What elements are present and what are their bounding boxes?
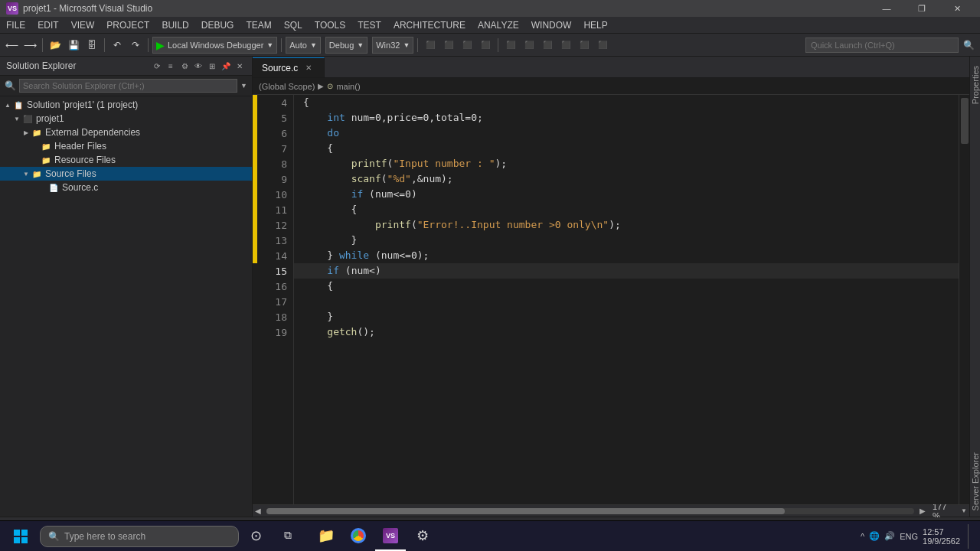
se-search-input[interactable] bbox=[19, 79, 237, 93]
menu-item-window[interactable]: WINDOW bbox=[525, 17, 578, 33]
se-filter-btn[interactable]: ⊞ bbox=[206, 60, 218, 72]
toolbar-fwd-btn[interactable]: ⟶ bbox=[21, 37, 38, 54]
debug-mode-dropdown[interactable]: Debug ▼ bbox=[325, 37, 368, 54]
toolbar: ⟵ ⟶ 📂 💾 🗄 ↶ ↷ ▶ Local Windows Debugger ▼… bbox=[0, 34, 980, 57]
menu-item-build[interactable]: BUILD bbox=[155, 17, 194, 33]
menu-item-test[interactable]: TEST bbox=[351, 17, 387, 33]
window-title: projet1 - Microsoft Visual Studio bbox=[23, 3, 152, 14]
toolbar-btn-j[interactable]: ⬛ bbox=[594, 37, 611, 54]
platform-arrow-icon[interactable]: ▼ bbox=[403, 41, 410, 49]
tree-source-files[interactable]: ▼ 📁 Source Files bbox=[0, 167, 252, 181]
code-line-17 bbox=[294, 294, 959, 309]
tree-source-c[interactable]: 📄 Source.c bbox=[0, 181, 252, 194]
menu-item-help[interactable]: HELP bbox=[577, 17, 613, 33]
tab-source-c-close-icon[interactable]: ✕ bbox=[302, 62, 315, 74]
minimize-button[interactable]: — bbox=[870, 0, 903, 17]
tree-resource-files[interactable]: 📁 Resource Files bbox=[0, 153, 252, 167]
server-explorer-label[interactable]: Server Explorer bbox=[971, 446, 980, 517]
toolbar-btn-f[interactable]: ⬛ bbox=[521, 37, 537, 54]
properties-label[interactable]: Properties bbox=[971, 60, 980, 110]
toolbar-btn-b[interactable]: ⬛ bbox=[440, 37, 457, 54]
taskbar-chrome[interactable] bbox=[343, 522, 374, 551]
start-button[interactable] bbox=[3, 522, 38, 551]
menu-item-analyze[interactable]: ANALYZE bbox=[472, 17, 525, 33]
menu-item-sql[interactable]: SQL bbox=[278, 17, 309, 33]
se-close-btn[interactable]: ✕ bbox=[234, 60, 246, 72]
quick-launch-search-icon[interactable]: 🔍 bbox=[960, 37, 977, 54]
scrollbar-thumb[interactable] bbox=[266, 508, 785, 514]
se-pin-btn[interactable]: 📌 bbox=[220, 60, 232, 72]
network-icon[interactable]: 🌐 bbox=[869, 531, 880, 541]
menu-item-debug[interactable]: DEBUG bbox=[195, 17, 240, 33]
menu-item-tools[interactable]: TOOLS bbox=[309, 17, 351, 33]
platform-dropdown[interactable]: Win32 ▼ bbox=[372, 37, 413, 54]
toolbar-sep-4 bbox=[281, 38, 282, 52]
scroll-left-btn[interactable]: ◀ bbox=[253, 506, 263, 517]
taskbar-taskview-btn[interactable]: ⧉ bbox=[273, 522, 303, 551]
se-collapse-btn[interactable]: ≡ bbox=[165, 60, 177, 72]
toolbar-btn-g[interactable]: ⬛ bbox=[539, 37, 556, 54]
menu-item-file[interactable]: FILE bbox=[0, 17, 31, 33]
toolbar-save-all-btn[interactable]: 🗄 bbox=[83, 37, 100, 54]
code-line-16: { bbox=[294, 279, 959, 294]
debugger-arrow-icon[interactable]: ▼ bbox=[266, 41, 273, 49]
config-label: Auto bbox=[289, 41, 307, 50]
taskbar-vs[interactable]: VS bbox=[375, 522, 406, 551]
horizontal-scrollbar[interactable]: ◀ ▶ 177 % ▼ bbox=[253, 504, 969, 517]
toolbar-btn-c[interactable]: ⬛ bbox=[459, 37, 475, 54]
chrome-icon bbox=[351, 528, 366, 543]
code-line-8: printf("Input number : "); bbox=[294, 156, 959, 171]
se-properties-btn[interactable]: ⚙ bbox=[178, 60, 191, 72]
debug-mode-arrow-icon[interactable]: ▼ bbox=[357, 41, 364, 49]
toolbar-undo-btn[interactable]: ↶ bbox=[109, 37, 126, 54]
toolbar-redo-btn[interactable]: ↷ bbox=[127, 37, 144, 54]
toolbar-btn-e[interactable]: ⬛ bbox=[502, 37, 519, 54]
code-content[interactable]: { int num=0,price=0,total=0; do { printf… bbox=[294, 95, 959, 504]
menu-item-project[interactable]: PROJECT bbox=[100, 17, 155, 33]
external-expand-icon[interactable]: ▶ bbox=[21, 129, 31, 136]
toolbar-save-btn[interactable]: 💾 bbox=[65, 37, 82, 54]
breadcrumb-func[interactable]: main() bbox=[336, 82, 360, 91]
menu-item-view[interactable]: VIEW bbox=[65, 17, 101, 33]
solution-expand-icon[interactable]: ▲ bbox=[3, 102, 12, 109]
menu-item-edit[interactable]: EDIT bbox=[31, 17, 64, 33]
config-arrow-icon[interactable]: ▼ bbox=[310, 41, 317, 49]
menu-item-team[interactable]: TEAM bbox=[240, 17, 277, 33]
scrollbar-track[interactable] bbox=[266, 508, 914, 514]
taskbar-search[interactable]: 🔍 Type here to search bbox=[40, 526, 239, 547]
tree-project[interactable]: ▼ ⬛ projet1 bbox=[0, 112, 252, 126]
se-preview-btn[interactable]: 👁 bbox=[192, 60, 204, 72]
restore-button[interactable]: ❐ bbox=[905, 0, 939, 17]
source-files-expand-icon[interactable]: ▼ bbox=[21, 171, 31, 178]
scroll-right-btn[interactable]: ▶ bbox=[917, 506, 928, 517]
volume-icon[interactable]: 🔊 bbox=[884, 531, 895, 541]
toolbar-btn-d[interactable]: ⬛ bbox=[477, 37, 494, 54]
toolbar-open-btn[interactable]: 📂 bbox=[47, 37, 64, 54]
breadcrumb-scope[interactable]: (Global Scope) bbox=[259, 82, 315, 91]
tree-solution[interactable]: ▲ 📋 Solution 'projet1' (1 project) bbox=[0, 98, 252, 112]
tree-external-deps[interactable]: ▶ 📁 External Dependencies bbox=[0, 126, 252, 139]
tree-header-files[interactable]: 📁 Header Files bbox=[0, 139, 252, 153]
project-expand-icon[interactable]: ▼ bbox=[12, 116, 21, 122]
right-properties-panel: Properties Server Explorer bbox=[969, 57, 980, 517]
taskbar-file-explorer[interactable]: 📁 bbox=[311, 522, 341, 551]
se-sync-btn[interactable]: ⟳ bbox=[151, 60, 163, 72]
taskbar-app4[interactable]: ⚙ bbox=[407, 522, 438, 551]
zoom-dropdown-icon[interactable]: ▼ bbox=[959, 506, 969, 517]
toolbar-btn-h[interactable]: ⬛ bbox=[557, 37, 574, 54]
toolbar-btn-i[interactable]: ⬛ bbox=[576, 37, 593, 54]
editor-minimap[interactable] bbox=[959, 95, 969, 504]
taskbar-cortana-btn[interactable]: ⊙ bbox=[240, 522, 271, 551]
debugger-dropdown[interactable]: ▶ Local Windows Debugger ▼ bbox=[152, 37, 277, 54]
tab-source-c[interactable]: Source.c ✕ bbox=[253, 57, 325, 77]
toolbar-back-btn[interactable]: ⟵ bbox=[3, 37, 20, 54]
minimap-scrollbar-thumb[interactable] bbox=[961, 98, 969, 144]
quick-launch-input[interactable] bbox=[805, 37, 959, 53]
menu-item-architecture[interactable]: ARCHITECTURE bbox=[387, 17, 472, 33]
toolbar-btn-a[interactable]: ⬛ bbox=[422, 37, 439, 54]
close-button[interactable]: ✕ bbox=[940, 0, 974, 17]
taskbar-search-placeholder: Type here to search bbox=[64, 531, 145, 542]
se-search-arrow-icon[interactable]: ▼ bbox=[240, 82, 247, 90]
show-desktop-btn[interactable] bbox=[968, 524, 971, 549]
config-dropdown[interactable]: Auto ▼ bbox=[286, 37, 321, 54]
